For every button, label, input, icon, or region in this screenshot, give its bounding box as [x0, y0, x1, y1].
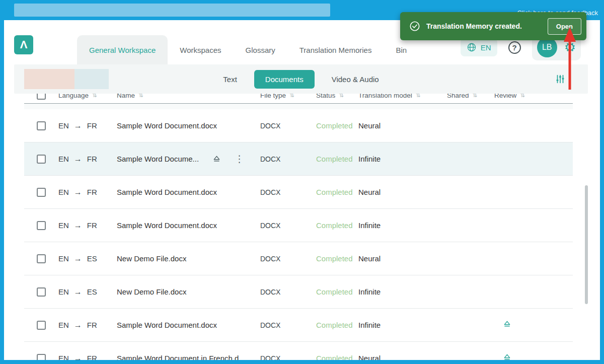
- column-header-translation-model[interactable]: Translation model ⇅: [358, 94, 447, 99]
- column-header-status[interactable]: Status ⇅: [316, 94, 358, 99]
- status-badge: Completed: [316, 188, 358, 196]
- content-tab-label: Documents: [265, 75, 304, 84]
- document-name: Sample Word Document.docx: [117, 121, 217, 130]
- source-language: EN: [58, 321, 69, 329]
- table-row[interactable]: EN → FR Sample Word Document.docx ⋮ DOCX…: [24, 309, 573, 342]
- content-tab-text[interactable]: Text: [212, 70, 248, 89]
- download-translation-icon[interactable]: [212, 154, 221, 164]
- settings-gear-icon[interactable]: ⚙: [564, 41, 576, 54]
- arrow-right-icon: →: [74, 155, 82, 164]
- sort-icon[interactable]: ⇅: [473, 94, 478, 99]
- sort-icon[interactable]: ⇅: [92, 94, 97, 99]
- scrollbar-thumb[interactable]: [585, 185, 588, 304]
- kebab-menu-icon[interactable]: ⋮: [235, 154, 244, 164]
- status-badge: Completed: [316, 121, 358, 130]
- status-badge: Completed: [316, 221, 358, 230]
- row-checkbox[interactable]: [37, 287, 46, 297]
- row-checkbox-cell: [24, 354, 58, 360]
- table-row[interactable]: EN → FR Sample Word Document.docx ⋮ DOCX…: [24, 109, 573, 142]
- language-cell: EN → FR: [58, 188, 117, 197]
- column-header-label: Name: [117, 94, 135, 99]
- target-language: FR: [87, 188, 97, 196]
- nav-tab-label: Glossary: [246, 46, 275, 54]
- row-checkbox[interactable]: [37, 188, 46, 197]
- table-row[interactable]: EN → FR Sample Word Document in French.d…: [24, 342, 573, 360]
- target-language: ES: [87, 287, 97, 296]
- filter-settings-icon[interactable]: [555, 74, 566, 87]
- window-frame-left: [0, 20, 4, 360]
- select-all-checkbox[interactable]: [37, 94, 46, 100]
- arrow-right-icon: →: [74, 321, 82, 330]
- row-checkbox[interactable]: [37, 221, 46, 230]
- sort-icon[interactable]: ⇅: [520, 94, 525, 99]
- sort-icon[interactable]: ⇅: [138, 94, 143, 99]
- name-cell: Sample Word Docume... ⋮: [117, 154, 260, 164]
- source-language: EN: [58, 155, 69, 163]
- toast-open-button[interactable]: Open: [548, 18, 581, 35]
- column-header-shared[interactable]: Shared ⇅: [447, 94, 494, 99]
- target-language: FR: [87, 221, 97, 230]
- column-header-label: Status: [316, 94, 335, 99]
- row-checkbox-cell: [24, 221, 58, 230]
- file-type: DOCX: [260, 354, 316, 360]
- table-row[interactable]: EN → ES New Demo File.docx ⋮ DOCX Comple…: [24, 275, 573, 309]
- source-language: EN: [58, 354, 69, 360]
- target-language: FR: [87, 155, 97, 163]
- column-header-file-type[interactable]: File type ⇅: [260, 94, 316, 99]
- row-checkbox-cell: [24, 321, 58, 330]
- content-type-tabs: Text Documents Video & Audio: [212, 70, 390, 89]
- table-row[interactable]: EN → FR Sample Word Document.docx ⋮ DOCX…: [24, 176, 573, 209]
- review-translation-icon[interactable]: [502, 352, 512, 360]
- row-checkbox[interactable]: [37, 155, 46, 164]
- table-row[interactable]: EN → ES New Demo File.docx ⋮ DOCX Comple…: [24, 242, 573, 275]
- column-header-name[interactable]: Name ⇅: [117, 94, 260, 99]
- file-type: DOCX: [260, 255, 316, 263]
- review-translation-icon[interactable]: [502, 319, 512, 329]
- row-checkbox[interactable]: [37, 254, 46, 263]
- documents-table: Language ⇅ Name ⇅ File type ⇅ Status ⇅ T…: [24, 94, 573, 360]
- sort-icon[interactable]: ⇅: [339, 94, 344, 99]
- document-name: New Demo File.docx: [117, 254, 186, 263]
- document-name: Sample Word Docume...: [117, 155, 199, 163]
- source-language: EN: [58, 287, 69, 296]
- table-row[interactable]: EN → FR Sample Word Docume... ⋮ DOCX Com…: [24, 142, 573, 176]
- document-name: New Demo File.docx: [117, 287, 186, 296]
- nav-tab-workspaces[interactable]: Workspaces: [168, 35, 233, 64]
- status-badge: Completed: [316, 254, 358, 263]
- content-tab-video-audio[interactable]: Video & Audio: [321, 70, 390, 89]
- document-name: Sample Word Document.docx: [117, 321, 217, 329]
- redacted-workspace-name: [24, 69, 109, 89]
- table-row[interactable]: EN → FR Sample Word Document.docx ⋮ DOCX…: [24, 209, 573, 242]
- language-selector[interactable]: EN: [461, 38, 497, 56]
- user-avatar[interactable]: LB: [537, 37, 557, 57]
- nav-tab-general-workspace[interactable]: General Workspace: [77, 35, 168, 64]
- row-checkbox-cell: [24, 121, 58, 130]
- table-header: Language ⇅ Name ⇅ File type ⇅ Status ⇅ T…: [24, 94, 573, 109]
- language-cell: EN → FR: [58, 121, 117, 130]
- row-checkbox[interactable]: [37, 321, 46, 330]
- toast-message: Translation Memory created.: [426, 22, 548, 30]
- check-circle-icon: [409, 21, 420, 32]
- sort-icon[interactable]: ⇅: [416, 94, 421, 99]
- row-actions: ⋮: [212, 154, 244, 164]
- question-mark-icon: ?: [512, 43, 517, 52]
- language-code: EN: [481, 43, 491, 52]
- row-checkbox[interactable]: [37, 354, 46, 360]
- column-header-language[interactable]: Language ⇅: [58, 94, 117, 99]
- sort-icon[interactable]: ⇅: [289, 94, 294, 99]
- nav-tab-glossary[interactable]: Glossary: [234, 35, 287, 64]
- file-type: DOCX: [260, 222, 316, 230]
- nav-tab-label: General Workspace: [89, 46, 156, 54]
- window-frame-right: [600, 20, 604, 360]
- column-header-label: Translation model: [358, 94, 412, 99]
- globe-icon: [467, 42, 477, 52]
- status-badge: Completed: [316, 155, 358, 163]
- column-header-review[interactable]: Review ⇅: [494, 94, 573, 99]
- redacted-block: [24, 69, 74, 89]
- nav-tab-label: Workspaces: [180, 46, 221, 54]
- help-button[interactable]: ?: [508, 41, 521, 54]
- content-tab-documents[interactable]: Documents: [254, 70, 315, 89]
- name-cell: Sample Word Document in French.d... ⋮: [117, 354, 260, 360]
- row-checkbox[interactable]: [37, 121, 46, 130]
- nav-tab-translation-memories[interactable]: Translation Memories: [287, 35, 384, 64]
